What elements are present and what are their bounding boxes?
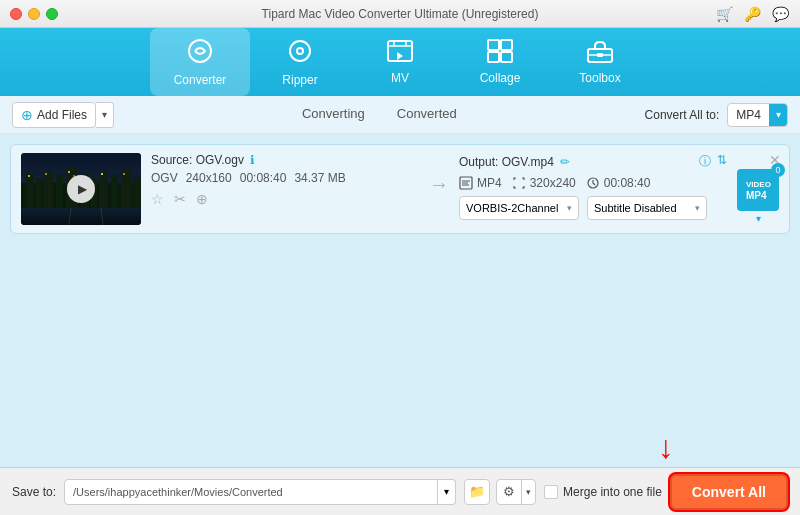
output-info-icon[interactable]: ⓘ [699,153,711,170]
svg-rect-20 [111,175,118,208]
arrow-right-icon: → [429,173,449,196]
tab-converting[interactable]: Converting [302,106,365,123]
ripper-icon [286,37,314,69]
format-select[interactable]: MP4 ▾ [727,103,788,127]
save-path-value: /Users/ihappyacethinker/Movies/Converted [73,486,283,498]
save-path-input[interactable]: /Users/ihappyacethinker/Movies/Converted [64,479,438,505]
content-area: ▶ Source: OGV.ogv ℹ OGV 240x160 00:08:40… [0,134,800,474]
title-bar: Tipard Mac Video Converter Ultimate (Unr… [0,0,800,28]
convert-all-button[interactable]: Convert All [670,474,788,510]
source-format: OGV [151,171,178,185]
chat-icon[interactable]: 💬 [770,6,790,22]
cut-icon[interactable]: ✂ [174,191,186,207]
minimize-button[interactable] [28,8,40,20]
nav-bar: Converter Ripper MV [0,28,800,96]
save-path-dropdown[interactable]: ▾ [438,479,456,505]
video-thumbnail[interactable]: ▶ [21,153,141,225]
settings-dropdown-arrow[interactable]: ▾ [521,480,535,504]
tab-converted[interactable]: Converted [397,106,457,123]
mv-label: MV [391,71,409,85]
bottom-icon-buttons: 📁 ⚙ ▾ [464,479,536,505]
output-duration: 00:08:40 [604,176,651,190]
ripper-label: Ripper [282,73,317,87]
nav-item-toolbox[interactable]: Toolbox [550,28,650,96]
svg-point-2 [297,48,303,54]
converter-icon [186,37,214,69]
audio-select[interactable]: VORBIS-2Channel ▾ [459,196,579,220]
svg-rect-19 [99,171,108,208]
play-button[interactable]: ▶ [67,175,95,203]
user-icon[interactable]: 🔑 [742,6,762,22]
merge-checkbox[interactable] [544,485,558,499]
svg-point-1 [290,41,310,61]
source-info-icon[interactable]: ℹ [250,153,255,167]
svg-rect-5 [501,40,512,50]
nav-item-mv[interactable]: MV [350,28,450,96]
audio-value: VORBIS-2Channel [466,202,558,214]
effects-icon[interactable]: ⊕ [196,191,208,207]
svg-rect-14 [43,171,53,208]
add-files-button[interactable]: ⊕ Add Files [12,102,96,128]
svg-rect-12 [26,173,34,208]
svg-rect-25 [68,171,70,173]
source-resolution: 240x160 [186,171,232,185]
nav-item-converter[interactable]: Converter [150,28,250,96]
badge-notification: 0 [771,163,785,177]
svg-rect-23 [28,175,30,177]
toolbox-icon [586,39,614,67]
mp4-badge-container: VIDEO MP4 0 ▾ [737,169,779,224]
cart-icon[interactable]: 🛒 [714,6,734,22]
folder-icon-button[interactable]: 📁 [464,479,490,505]
star-icon[interactable]: ☆ [151,191,164,207]
add-files-dropdown[interactable]: ▾ [96,102,114,128]
source-file-info: Source: OGV.ogv ℹ OGV 240x160 00:08:40 3… [151,153,419,207]
output-resolution-chip: 320x240 [512,176,576,190]
badge-dropdown-arrow[interactable]: ▾ [756,213,761,224]
svg-rect-13 [36,178,42,208]
output-label: Output: OGV.mp4 [459,155,554,169]
svg-rect-24 [45,173,47,175]
audio-dropdown-arrow: ▾ [567,203,572,213]
svg-rect-27 [101,173,103,175]
close-button[interactable] [10,8,22,20]
svg-rect-21 [121,170,132,208]
source-size: 34.37 MB [294,171,345,185]
svg-rect-4 [488,40,499,50]
svg-rect-29 [21,208,141,225]
save-path-container: /Users/ihappyacethinker/Movies/Converted… [64,479,456,505]
svg-rect-7 [501,52,512,62]
svg-rect-22 [133,177,141,208]
convert-all-to-label: Convert All to: [645,108,720,122]
subtitle-select[interactable]: Subtitle Disabled ▾ [587,196,707,220]
format-dropdown-arrow[interactable]: ▾ [769,103,787,127]
traffic-lights [10,8,58,20]
window-title: Tipard Mac Video Converter Ultimate (Unr… [262,7,539,21]
output-dropdowns: VORBIS-2Channel ▾ Subtitle Disabled ▾ [459,196,727,220]
nav-item-ripper[interactable]: Ripper [250,28,350,96]
save-to-label: Save to: [12,485,56,499]
output-settings-icon[interactable]: ⇅ [717,153,727,170]
mv-icon [386,39,414,67]
merge-label: Merge into one file [544,485,662,499]
source-duration: 00:08:40 [240,171,287,185]
svg-rect-9 [597,53,603,57]
output-resolution: 320x240 [530,176,576,190]
toolbar-right: Convert All to: MP4 ▾ [645,103,788,127]
merge-text: Merge into one file [563,485,662,499]
collage-label: Collage [480,71,521,85]
format-value: MP4 [728,108,769,122]
output-edit-icon[interactable]: ✏ [560,155,570,169]
output-format: MP4 [477,176,502,190]
maximize-button[interactable] [46,8,58,20]
toolbar-tabs: Converting Converted [114,106,645,123]
subtitle-dropdown-arrow: ▾ [695,203,700,213]
nav-item-collage[interactable]: Collage [450,28,550,96]
svg-text:MP4: MP4 [746,190,767,201]
svg-point-0 [189,40,211,62]
collage-icon [487,39,513,67]
gear-icon: ⚙ [497,484,521,499]
add-files-label: Add Files [37,108,87,122]
settings-button[interactable]: ⚙ ▾ [496,479,536,505]
converter-label: Converter [174,73,227,87]
svg-rect-28 [123,173,125,175]
